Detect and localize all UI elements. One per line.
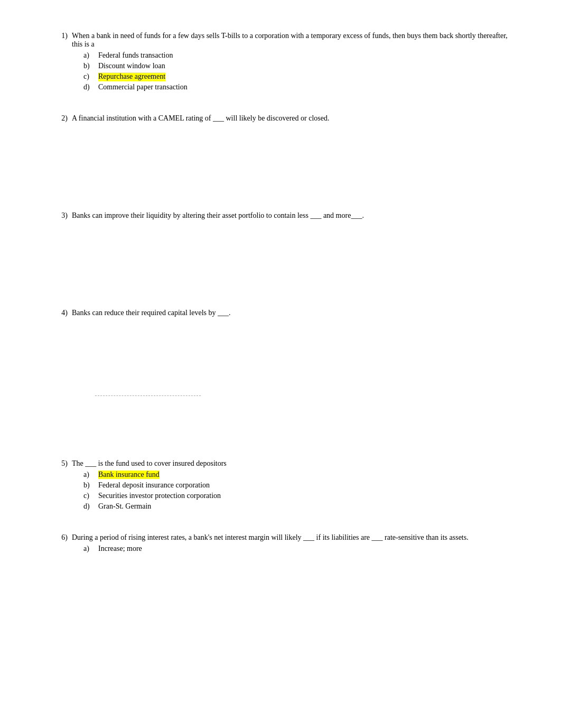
spacer-2 [53,127,519,190]
option-label: a) [83,51,94,60]
list-item: a) Federal funds transaction [82,51,519,60]
option-label: a) [83,545,94,553]
option-label: a) [83,471,94,479]
list-item: d) Gran-St. Germain [82,502,519,511]
spacer-4b [53,407,519,438]
option-text: Gran-St. Germain [98,502,151,511]
option-text: Increase; more [98,545,142,553]
option-text: Federal deposit insurance corporation [98,481,210,490]
question-5-options: a) Bank insurance fund b) Federal deposi… [72,470,519,511]
option-text: Commercial paper transaction [98,83,188,91]
question-4: 4) Banks can reduce their required capit… [53,309,519,438]
question-3: 3) Banks can improve their liquidity by … [53,211,519,288]
option-text: Federal funds transaction [98,51,173,60]
option-label: b) [83,481,94,490]
question-3-number: 3) [53,211,68,220]
page-content: 1) When a bank in need of funds for a fe… [53,32,519,555]
option-label: c) [83,72,94,81]
option-text: Discount window loan [98,62,165,70]
question-2-number: 2) [53,114,68,123]
separator [95,395,201,396]
question-6-text: During a period of rising interest rates… [72,533,469,541]
question-5: 5) The ___ is the fund used to cover ins… [53,459,519,512]
question-1-number: 1) [53,32,68,93]
option-label: d) [83,83,94,91]
list-item: b) Federal deposit insurance corporation [82,481,519,490]
question-3-text: Banks can improve their liquidity by alt… [72,211,364,219]
option-text: Securities investor protection corporati… [98,492,221,500]
list-item: a) Increase; more [82,544,519,554]
list-item: d) Commercial paper transaction [82,82,519,92]
option-label: b) [83,62,94,70]
question-6: 6) During a period of rising interest ra… [53,533,519,555]
list-item: a) Bank insurance fund [82,470,519,480]
list-item: c) Securities investor protection corpor… [82,491,519,501]
question-5-text: The ___ is the fund used to cover insure… [72,459,227,467]
question-4-number: 4) [53,309,68,317]
question-4-text: Banks can reduce their required capital … [72,309,231,317]
option-text-highlighted: Repurchase agreement [98,72,165,81]
question-1: 1) When a bank in need of funds for a fe… [53,32,519,93]
question-2-text: A financial institution with a CAMEL rat… [72,114,329,122]
question-6-options: a) Increase; more [72,544,519,554]
question-5-number: 5) [53,459,68,512]
question-6-number: 6) [53,533,68,555]
option-text-highlighted: Bank insurance fund [98,471,160,479]
list-item: b) Discount window loan [82,61,519,71]
option-label: c) [83,492,94,500]
spacer-4 [53,321,519,385]
question-1-options: a) Federal funds transaction b) Discount… [72,51,519,92]
option-label: d) [83,502,94,511]
question-1-text: When a bank in need of funds for a few d… [72,32,508,48]
spacer-3 [53,224,519,288]
list-item: c) Repurchase agreement [82,72,519,81]
question-2: 2) A financial institution with a CAMEL … [53,114,519,190]
